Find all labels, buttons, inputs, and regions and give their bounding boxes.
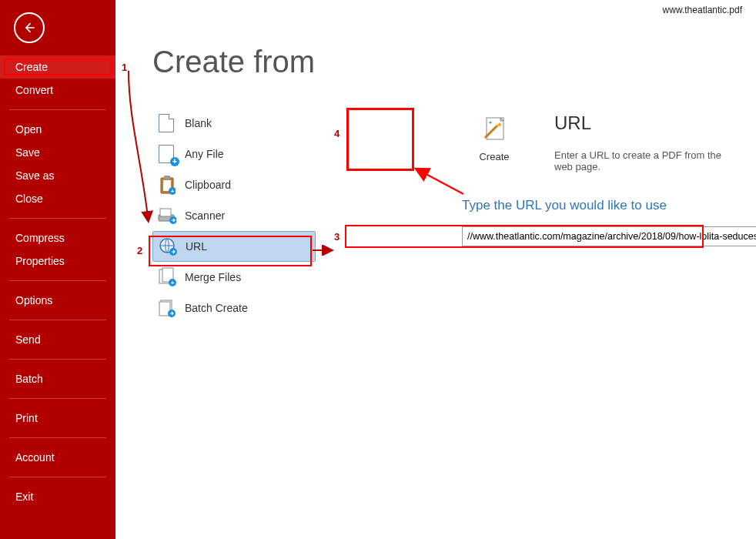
sidebar: CreateConvertOpenSaveSave asCloseCompres… <box>0 0 115 539</box>
sidebar-item-send[interactable]: Send <box>0 328 115 351</box>
source-item-url[interactable]: URL <box>152 231 316 262</box>
detail-heading: URL <box>554 112 591 134</box>
svg-text:+: + <box>171 188 175 195</box>
arrow-left-icon <box>22 20 37 35</box>
source-item-label: Blank <box>185 117 212 129</box>
sidebar-item-close[interactable]: Close <box>0 187 115 210</box>
scanner-icon <box>157 206 177 226</box>
url-icon <box>158 236 178 256</box>
sidebar-separator <box>9 359 106 360</box>
source-item-batch-create[interactable]: Batch Create <box>152 293 316 323</box>
merge-files-icon: + <box>157 267 177 287</box>
clipboard-icon: + <box>157 175 177 195</box>
page-title: Create from <box>152 45 315 79</box>
annotation-number-2: 2 <box>137 245 142 256</box>
sidebar-item-print[interactable]: Print <box>0 407 115 430</box>
svg-text:+: + <box>171 280 175 286</box>
create-button[interactable]: Create <box>462 109 527 169</box>
source-item-scanner[interactable]: Scanner <box>152 200 316 231</box>
detail-description: Enter a URL to create a PDF from the web… <box>554 149 741 172</box>
url-input[interactable] <box>462 226 756 246</box>
sidebar-item-save-as[interactable]: Save as <box>0 164 115 187</box>
sidebar-separator <box>9 320 106 320</box>
sidebar-item-save[interactable]: Save <box>0 141 115 164</box>
annotation-number-1: 1 <box>122 62 127 73</box>
sidebar-item-compress[interactable]: Compress <box>0 226 115 249</box>
source-item-label: Merge Files <box>185 271 241 283</box>
annotation-number-4: 4 <box>334 128 340 139</box>
create-button-label: Create <box>479 151 509 162</box>
document-filename: www.theatlantic.pdf <box>663 5 742 15</box>
magic-wand-icon <box>480 116 508 146</box>
url-prompt-label: Type the URL you would like to use <box>462 198 667 213</box>
source-item-merge-files[interactable]: +Merge Files <box>152 262 316 293</box>
source-item-label: Batch Create <box>185 302 248 314</box>
sidebar-item-account[interactable]: Account <box>0 446 115 469</box>
sidebar-separator <box>9 398 106 399</box>
sidebar-separator <box>9 437 106 438</box>
source-item-any-file[interactable]: +Any File <box>152 139 316 169</box>
sidebar-item-exit[interactable]: Exit <box>0 485 115 508</box>
batch-create-icon <box>157 298 177 318</box>
sidebar-item-options[interactable]: Options <box>0 289 115 312</box>
create-from-source-list: Blank+Any File+ClipboardScannerURL+Merge… <box>152 108 316 323</box>
main-panel: www.theatlantic.pdf Create from Blank+An… <box>115 0 756 539</box>
sidebar-item-batch[interactable]: Batch <box>0 367 115 390</box>
source-item-label: Clipboard <box>185 179 231 191</box>
sidebar-item-convert[interactable]: Convert <box>0 79 115 102</box>
sidebar-item-open[interactable]: Open <box>0 118 115 141</box>
source-item-label: URL <box>186 240 207 253</box>
source-item-clipboard[interactable]: +Clipboard <box>152 169 316 200</box>
annotation-number-3: 3 <box>334 231 340 243</box>
sidebar-separator <box>9 280 106 281</box>
any-file-icon: + <box>157 144 177 164</box>
sidebar-separator <box>9 109 106 110</box>
sidebar-item-create[interactable]: Create <box>0 55 115 79</box>
url-detail-pane: Create URL Enter a URL to create a PDF f… <box>462 109 741 169</box>
sidebar-item-properties[interactable]: Properties <box>0 249 115 273</box>
source-item-label: Scanner <box>185 209 225 222</box>
blank-icon <box>157 113 177 133</box>
source-item-blank[interactable]: Blank <box>152 108 316 139</box>
sidebar-separator <box>9 218 106 219</box>
svg-rect-2 <box>164 176 170 179</box>
sidebar-separator <box>9 477 106 477</box>
svg-rect-6 <box>160 209 171 216</box>
back-button[interactable] <box>14 12 45 43</box>
source-item-label: Any File <box>185 148 224 160</box>
